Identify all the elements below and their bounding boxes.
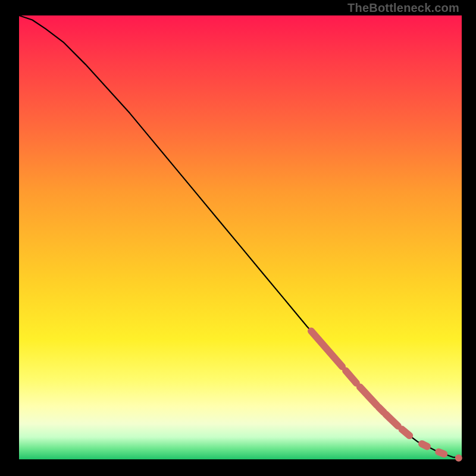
marker-segment bbox=[378, 407, 384, 412]
marker-segment bbox=[360, 387, 377, 405]
curve-line bbox=[19, 15, 462, 459]
marker-segment bbox=[422, 444, 427, 447]
marker-segment bbox=[402, 430, 410, 436]
attribution-label: TheBottleneck.com bbox=[347, 1, 459, 15]
marker-layer bbox=[311, 331, 462, 461]
chart-frame: TheBottleneck.com bbox=[0, 0, 476, 476]
marker-segment bbox=[311, 331, 342, 367]
marker-segment bbox=[386, 414, 398, 426]
marker-segment bbox=[346, 371, 356, 383]
plot-svg bbox=[19, 15, 462, 459]
plot-area bbox=[19, 15, 462, 459]
marker-dot bbox=[455, 455, 462, 462]
marker-segment bbox=[439, 452, 444, 455]
